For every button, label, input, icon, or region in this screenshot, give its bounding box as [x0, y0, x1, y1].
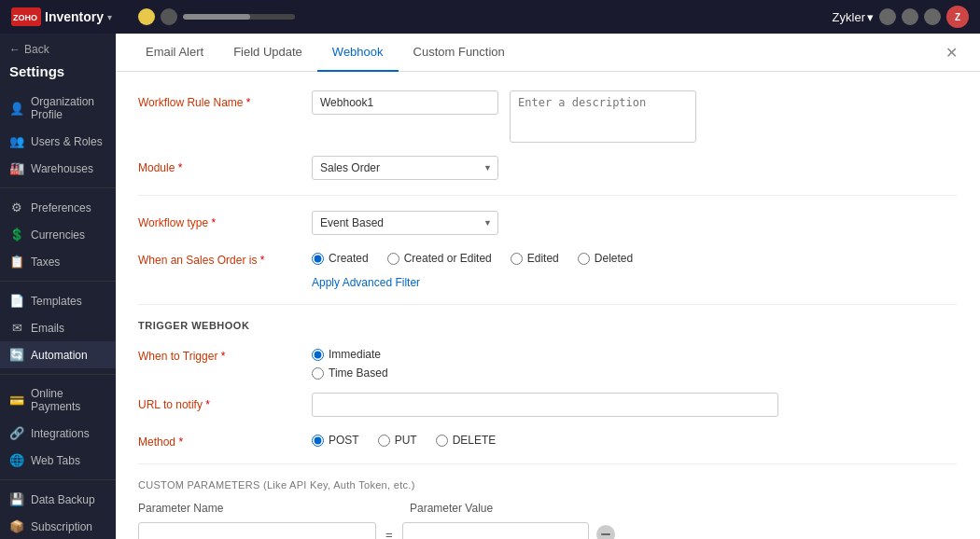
apply-advanced-filter-link[interactable]: Apply Advanced Filter	[312, 276, 420, 289]
sidebar-item-users-roles[interactable]: 👥 Users & Roles	[0, 128, 116, 155]
topbar-right: Zykler ▾ Z	[833, 6, 969, 28]
tab-custom-function[interactable]: Custom Function	[399, 34, 520, 72]
avatar[interactable]: Z	[946, 6, 969, 28]
sidebar-item-currencies[interactable]: 💲 Currencies	[0, 221, 116, 248]
sidebar-label: Users & Roles	[31, 135, 103, 148]
sidebar-divider	[0, 187, 116, 188]
radio-delete-input[interactable]	[436, 435, 448, 447]
param-remove-button[interactable]	[596, 525, 615, 539]
tab-webhook[interactable]: Webhook	[317, 34, 399, 72]
status-dot-grey	[161, 8, 177, 25]
workflow-name-label: Workflow Rule Name *	[138, 90, 297, 109]
custom-params-heading: CUSTOM PARAMETERS (Like API Key, Auth To…	[138, 479, 958, 491]
apps-icon[interactable]	[924, 8, 941, 25]
main-layout: ← Back Settings 👤 Organization Profile 👥…	[0, 34, 980, 539]
param-value-header: Parameter Value	[410, 502, 596, 515]
tab-field-update[interactable]: Field Update	[218, 34, 317, 72]
sidebar-item-taxes[interactable]: 📋 Taxes	[0, 248, 116, 275]
sidebar-label: Warehouses	[31, 162, 93, 175]
radio-deleted[interactable]: Deleted	[578, 252, 633, 265]
radio-delete[interactable]: DELETE	[436, 434, 497, 447]
radio-deleted-input[interactable]	[578, 253, 590, 265]
radio-time-based-input[interactable]	[312, 367, 324, 380]
preferences-icon: ⚙	[9, 200, 24, 214]
back-arrow-icon: ←	[9, 43, 21, 56]
radio-created-input[interactable]	[312, 253, 324, 265]
content-area: Email Alert Field Update Webhook Custom …	[116, 34, 980, 539]
when-event-row: When an Sales Order is * Created Created…	[138, 248, 958, 289]
sidebar-item-online-payments[interactable]: 💳 Online Payments	[0, 380, 116, 420]
url-input[interactable]	[312, 393, 778, 417]
progress-bar	[183, 14, 295, 20]
back-button[interactable]: ← Back	[0, 34, 116, 62]
sidebar-item-web-tabs[interactable]: 🌐 Web Tabs	[0, 447, 116, 474]
automation-icon: 🔄	[9, 348, 24, 362]
radio-put-input[interactable]	[378, 435, 390, 447]
workflow-name-row: Workflow Rule Name *	[138, 90, 958, 143]
param-value-input[interactable]	[402, 522, 589, 539]
help-icon[interactable]	[902, 8, 918, 25]
sidebar-item-preferences[interactable]: ⚙ Preferences	[0, 194, 116, 221]
warehouse-icon: 🏭	[9, 161, 24, 175]
url-row: URL to notify *	[138, 393, 958, 417]
radio-edited[interactable]: Edited	[511, 252, 559, 265]
workflow-name-input[interactable]	[312, 90, 498, 115]
param-name-input[interactable]	[138, 522, 376, 539]
form-content: Workflow Rule Name * Module * Sales Orde…	[116, 72, 980, 539]
trigger-webhook-heading: TRIGGER WEBHOOK	[138, 320, 958, 331]
module-label: Module *	[138, 156, 297, 174]
url-label: URL to notify *	[138, 393, 297, 411]
method-radio-group: POST PUT DELETE	[312, 430, 496, 447]
radio-time-based[interactable]: Time Based	[312, 366, 388, 380]
radio-immediate-input[interactable]	[312, 349, 324, 361]
notif-icon[interactable]	[879, 8, 896, 25]
sidebar: ← Back Settings 👤 Organization Profile 👥…	[0, 34, 116, 539]
sidebar-item-organization-profile[interactable]: 👤 Organization Profile	[0, 89, 116, 128]
radio-post-input[interactable]	[312, 435, 324, 447]
method-label: Method *	[138, 430, 297, 449]
close-button[interactable]: ✕	[938, 40, 965, 65]
sidebar-label: Web Tabs	[31, 454, 80, 467]
sidebar-label: Preferences	[31, 201, 91, 214]
radio-put[interactable]: PUT	[378, 434, 417, 447]
app-logo[interactable]: ZOHO Inventory ▾	[11, 7, 112, 26]
sidebar-label: Automation	[31, 349, 88, 362]
event-options: Created Created or Edited Edited De	[312, 248, 633, 289]
minus-icon	[600, 529, 611, 539]
sidebar-item-templates[interactable]: 📄 Templates	[0, 287, 116, 314]
radio-immediate[interactable]: Immediate	[312, 348, 388, 361]
sidebar-item-data-backup[interactable]: 💾 Data Backup	[0, 486, 116, 513]
sidebar-item-subscription[interactable]: 📦 Subscription	[0, 513, 116, 539]
module-row: Module * Sales Order Purchase Order Invo…	[138, 156, 958, 180]
workflow-type-row: Workflow type * Event Based Schedule Bas…	[138, 211, 958, 235]
workflow-type-select[interactable]: Event Based Schedule Based	[312, 211, 498, 235]
tab-email-alert[interactable]: Email Alert	[131, 34, 218, 72]
radio-created-or-edited[interactable]: Created or Edited	[387, 252, 492, 265]
radio-created-or-edited-input[interactable]	[387, 253, 399, 265]
sidebar-label: Emails	[31, 322, 64, 335]
web-tabs-icon: 🌐	[9, 453, 24, 467]
param-row-1: =	[138, 522, 958, 539]
radio-edited-input[interactable]	[511, 253, 523, 265]
section-separator-1	[138, 195, 958, 196]
section-separator-3	[138, 463, 958, 464]
currencies-icon: 💲	[9, 228, 24, 242]
sidebar-label: Taxes	[31, 256, 60, 269]
user-name[interactable]: Zykler ▾	[833, 10, 874, 24]
taxes-icon: 📋	[9, 255, 24, 269]
org-icon: 👤	[9, 102, 24, 116]
description-textarea[interactable]	[510, 90, 696, 143]
app-chevron-icon[interactable]: ▾	[107, 12, 112, 22]
param-equals: =	[384, 528, 395, 540]
sidebar-item-automation[interactable]: 🔄 Automation	[0, 341, 116, 368]
radio-post[interactable]: POST	[312, 434, 359, 447]
param-column-headers: Parameter Name Parameter Value	[138, 502, 958, 522]
sidebar-item-emails[interactable]: ✉ Emails	[0, 314, 116, 341]
sidebar-label: Data Backup	[31, 493, 95, 506]
svg-text:ZOHO: ZOHO	[13, 13, 37, 22]
sidebar-item-warehouses[interactable]: 🏭 Warehouses	[0, 155, 116, 182]
module-select[interactable]: Sales Order Purchase Order Invoice Bills…	[312, 156, 498, 180]
sidebar-item-integrations[interactable]: 🔗 Integrations	[0, 420, 116, 447]
radio-created[interactable]: Created	[312, 252, 369, 265]
section-separator-2	[138, 304, 958, 305]
